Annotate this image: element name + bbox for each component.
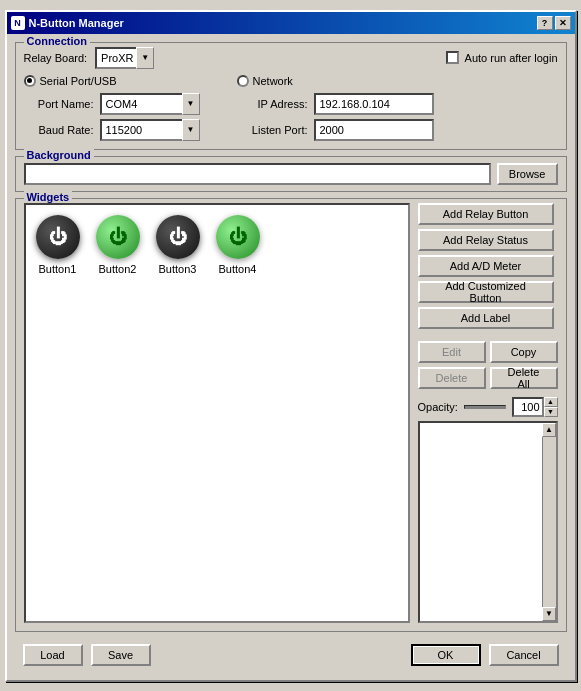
widgets-label: Widgets <box>24 191 73 203</box>
opacity-spin: ▲ ▼ <box>544 397 558 417</box>
text-area-scrollbar: ▲ ▼ <box>542 423 556 621</box>
protocol-radio-row: Serial Port/USB Network <box>24 75 558 87</box>
close-button[interactable]: ✕ <box>555 16 571 30</box>
relay-board-select[interactable]: ProXR <box>95 47 154 69</box>
ip-address-label: IP Adress: <box>236 98 308 110</box>
widget-button1[interactable]: ⏻ Button1 <box>36 215 80 275</box>
button3-power-icon: ⏻ <box>169 228 187 246</box>
listen-port-label: Listen Port: <box>236 124 308 136</box>
relay-board-label: Relay Board: <box>24 52 88 64</box>
network-radio[interactable] <box>237 75 249 87</box>
relay-board-section: Relay Board: ProXR ▼ <box>24 47 155 69</box>
serial-fields: Port Name: COM4 ▼ Baud Rate: <box>24 93 200 141</box>
edit-copy-row: Edit Copy <box>418 341 558 363</box>
button2-icon: ⏻ <box>96 215 140 259</box>
opacity-value-input[interactable] <box>512 397 544 417</box>
network-radio-label[interactable]: Network <box>237 75 293 87</box>
app-icon: N <box>11 16 25 30</box>
port-name-label: Port Name: <box>24 98 94 110</box>
widgets-side-buttons: Add Relay Button Add Relay Status Add A/… <box>418 203 558 623</box>
scroll-down-arrow[interactable]: ▼ <box>542 607 556 621</box>
edit-button[interactable]: Edit <box>418 341 486 363</box>
baud-rate-select[interactable]: 115200 <box>100 119 200 141</box>
baud-rate-row: Baud Rate: 115200 ▼ <box>24 119 200 141</box>
opacity-down-btn[interactable]: ▼ <box>544 407 558 417</box>
browse-button[interactable]: Browse <box>497 163 558 185</box>
listen-port-input[interactable] <box>314 119 434 141</box>
title-bar: N N-Button Manager ? ✕ <box>7 12 575 34</box>
save-button[interactable]: Save <box>91 644 151 666</box>
background-path-input[interactable] <box>24 163 491 185</box>
browse-row: Browse <box>24 163 558 185</box>
opacity-label: Opacity: <box>418 401 458 413</box>
delete-row: Delete Delete All <box>418 367 558 389</box>
add-label-btn[interactable]: Add Label <box>418 307 554 329</box>
main-window: N N-Button Manager ? ✕ Connection Relay … <box>5 10 577 682</box>
port-name-row: Port Name: COM4 ▼ <box>24 93 200 115</box>
network-label: Network <box>253 75 293 87</box>
relay-board-row: Relay Board: ProXR ▼ Auto run after logi… <box>24 47 558 69</box>
background-group: Background Browse <box>15 156 567 192</box>
bottom-bar-all: Load Save OK Cancel <box>23 644 559 666</box>
ok-button[interactable]: OK <box>411 644 481 666</box>
window-body: Connection Relay Board: ProXR ▼ <box>7 34 575 680</box>
widget-button4[interactable]: ⏻ Button4 <box>216 215 260 275</box>
window-title: N-Button Manager <box>29 17 533 29</box>
serial-label: Serial Port/USB <box>40 75 117 87</box>
opacity-up-btn[interactable]: ▲ <box>544 397 558 407</box>
button3-icon: ⏻ <box>156 215 200 259</box>
opacity-input-wrapper: ▲ ▼ <box>512 397 558 417</box>
auto-run-section: Auto run after login <box>446 51 558 64</box>
button2-label: Button2 <box>99 263 137 275</box>
button1-icon: ⏻ <box>36 215 80 259</box>
port-name-wrapper: COM4 ▼ <box>100 93 200 115</box>
button1-label: Button1 <box>39 263 77 275</box>
baud-rate-label: Baud Rate: <box>24 124 94 136</box>
opacity-row: Opacity: ▲ ▼ <box>418 397 558 417</box>
listen-port-row: Listen Port: <box>236 119 434 141</box>
connection-content: Relay Board: ProXR ▼ Auto run after logi… <box>24 47 558 141</box>
bottom-bar-right: OK Cancel <box>411 644 559 666</box>
add-customized-button-btn[interactable]: Add Customized Button <box>418 281 554 303</box>
auto-run-label: Auto run after login <box>465 52 558 64</box>
connection-label: Connection <box>24 35 91 47</box>
network-fields: IP Adress: Listen Port: <box>236 93 434 141</box>
button2-power-icon: ⏻ <box>109 228 127 246</box>
serial-radio-label[interactable]: Serial Port/USB <box>24 75 117 87</box>
auto-run-checkbox[interactable] <box>446 51 459 64</box>
widgets-inner: ⏻ Button1 ⏻ Button2 ⏻ Butto <box>24 203 558 623</box>
button4-icon: ⏻ <box>216 215 260 259</box>
button3-label: Button3 <box>159 263 197 275</box>
delete-button[interactable]: Delete <box>418 367 486 389</box>
add-relay-button-btn[interactable]: Add Relay Button <box>418 203 554 225</box>
bottom-bar-left: Load Save <box>23 644 151 666</box>
port-name-select[interactable]: COM4 <box>100 93 200 115</box>
button1-power-icon: ⏻ <box>49 228 67 246</box>
add-ad-meter-btn[interactable]: Add A/D Meter <box>418 255 554 277</box>
widget-button3[interactable]: ⏻ Button3 <box>156 215 200 275</box>
fields-row: Port Name: COM4 ▼ Baud Rate: <box>24 93 558 141</box>
connection-group: Connection Relay Board: ProXR ▼ <box>15 42 567 150</box>
cancel-button[interactable]: Cancel <box>489 644 559 666</box>
background-label: Background <box>24 149 94 161</box>
widget-text-area[interactable]: ▲ ▼ <box>418 421 558 623</box>
bottom-bar: Load Save OK Cancel <box>15 638 567 672</box>
serial-radio[interactable] <box>24 75 36 87</box>
button4-power-icon: ⏻ <box>229 228 247 246</box>
title-bar-buttons: ? ✕ <box>537 16 571 30</box>
delete-all-button[interactable]: Delete All <box>490 367 558 389</box>
button4-label: Button4 <box>219 263 257 275</box>
scroll-up-arrow[interactable]: ▲ <box>542 423 556 437</box>
help-button[interactable]: ? <box>537 16 553 30</box>
widgets-canvas: ⏻ Button1 ⏻ Button2 ⏻ Butto <box>24 203 410 623</box>
copy-button[interactable]: Copy <box>490 341 558 363</box>
add-relay-status-btn[interactable]: Add Relay Status <box>418 229 554 251</box>
baud-rate-wrapper: 115200 ▼ <box>100 119 200 141</box>
ip-address-input[interactable] <box>314 93 434 115</box>
widgets-group: Widgets ⏻ Button1 ⏻ Button2 <box>15 198 567 632</box>
load-button[interactable]: Load <box>23 644 83 666</box>
relay-board-select-wrapper: ProXR ▼ <box>95 47 154 69</box>
ip-address-row: IP Adress: <box>236 93 434 115</box>
opacity-slider[interactable] <box>464 405 506 409</box>
widget-button2[interactable]: ⏻ Button2 <box>96 215 140 275</box>
